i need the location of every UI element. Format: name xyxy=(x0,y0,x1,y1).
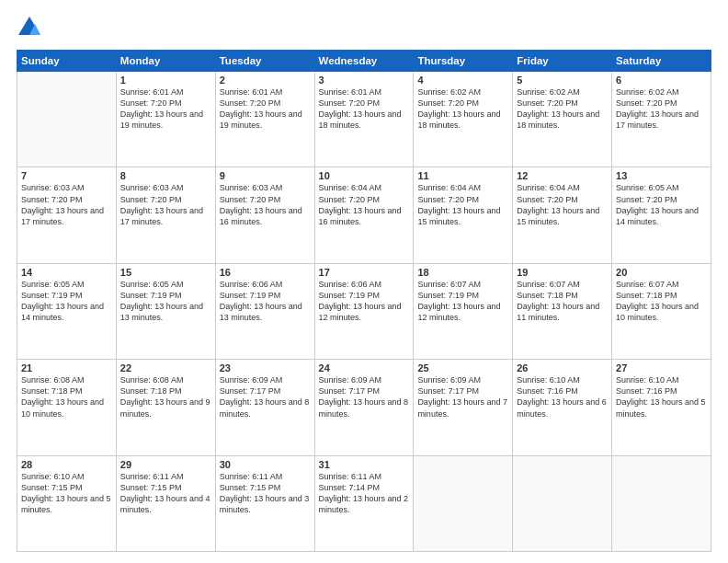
day-info: Sunrise: 6:04 AMSunset: 7:20 PMDaylight:… xyxy=(319,182,410,227)
day-info: Sunrise: 6:10 AMSunset: 7:15 PMDaylight:… xyxy=(21,471,112,516)
day-info: Sunrise: 6:03 AMSunset: 7:20 PMDaylight:… xyxy=(120,182,211,227)
day-info: Sunrise: 6:11 AMSunset: 7:15 PMDaylight:… xyxy=(220,471,311,516)
weekday-header-row: SundayMondayTuesdayWednesdayThursdayFrid… xyxy=(17,51,711,72)
calendar-day-cell: 4Sunrise: 6:02 AMSunset: 7:20 PMDaylight… xyxy=(414,72,513,167)
calendar-week-row: 7Sunrise: 6:03 AMSunset: 7:20 PMDaylight… xyxy=(17,167,711,263)
weekday-header-cell: Friday xyxy=(513,51,612,72)
calendar-day-cell: 7Sunrise: 6:03 AMSunset: 7:20 PMDaylight… xyxy=(17,167,117,263)
calendar-day-cell: 31Sunrise: 6:11 AMSunset: 7:14 PMDayligh… xyxy=(314,455,414,551)
day-info: Sunrise: 6:11 AMSunset: 7:15 PMDaylight:… xyxy=(120,471,211,516)
day-info: Sunrise: 6:03 AMSunset: 7:20 PMDaylight:… xyxy=(220,182,311,227)
day-number: 8 xyxy=(120,170,211,181)
weekday-header-cell: Wednesday xyxy=(314,51,414,72)
calendar-day-cell xyxy=(17,72,117,167)
day-number: 21 xyxy=(21,362,112,373)
day-info: Sunrise: 6:09 AMSunset: 7:17 PMDaylight:… xyxy=(417,374,508,419)
calendar-day-cell: 8Sunrise: 6:03 AMSunset: 7:20 PMDaylight… xyxy=(116,167,215,263)
calendar-day-cell: 2Sunrise: 6:01 AMSunset: 7:20 PMDaylight… xyxy=(215,72,314,167)
day-number: 26 xyxy=(517,362,608,373)
calendar-day-cell: 11Sunrise: 6:04 AMSunset: 7:20 PMDayligh… xyxy=(414,167,513,263)
day-info: Sunrise: 6:05 AMSunset: 7:19 PMDaylight:… xyxy=(21,279,112,324)
day-number: 12 xyxy=(517,170,608,181)
day-number: 17 xyxy=(319,267,410,278)
calendar-day-cell: 17Sunrise: 6:06 AMSunset: 7:19 PMDayligh… xyxy=(314,263,414,359)
calendar-day-cell: 10Sunrise: 6:04 AMSunset: 7:20 PMDayligh… xyxy=(314,167,414,263)
day-info: Sunrise: 6:09 AMSunset: 7:17 PMDaylight:… xyxy=(319,374,410,419)
day-info: Sunrise: 6:08 AMSunset: 7:18 PMDaylight:… xyxy=(120,374,211,419)
calendar-day-cell: 1Sunrise: 6:01 AMSunset: 7:20 PMDaylight… xyxy=(116,72,215,167)
calendar-day-cell: 29Sunrise: 6:11 AMSunset: 7:15 PMDayligh… xyxy=(116,455,215,551)
header xyxy=(17,15,711,40)
calendar-day-cell: 16Sunrise: 6:06 AMSunset: 7:19 PMDayligh… xyxy=(215,263,314,359)
day-info: Sunrise: 6:04 AMSunset: 7:20 PMDaylight:… xyxy=(517,182,608,227)
day-number: 23 xyxy=(220,362,311,373)
day-number: 19 xyxy=(517,267,608,278)
day-number: 4 xyxy=(417,75,508,86)
day-number: 29 xyxy=(120,459,211,470)
calendar-table: SundayMondayTuesdayWednesdayThursdayFrid… xyxy=(17,50,711,552)
day-info: Sunrise: 6:05 AMSunset: 7:19 PMDaylight:… xyxy=(120,279,211,324)
calendar-day-cell: 27Sunrise: 6:10 AMSunset: 7:16 PMDayligh… xyxy=(612,360,711,455)
calendar-day-cell: 23Sunrise: 6:09 AMSunset: 7:17 PMDayligh… xyxy=(215,360,314,455)
calendar-week-row: 21Sunrise: 6:08 AMSunset: 7:18 PMDayligh… xyxy=(17,360,711,455)
day-number: 31 xyxy=(319,459,410,470)
day-number: 15 xyxy=(120,267,211,278)
day-number: 6 xyxy=(616,75,707,86)
day-number: 30 xyxy=(220,459,311,470)
day-info: Sunrise: 6:02 AMSunset: 7:20 PMDaylight:… xyxy=(417,86,508,132)
weekday-header-cell: Thursday xyxy=(414,51,513,72)
calendar-day-cell: 20Sunrise: 6:07 AMSunset: 7:18 PMDayligh… xyxy=(612,263,711,359)
day-number: 2 xyxy=(220,75,311,86)
day-number: 9 xyxy=(220,170,311,181)
day-number: 10 xyxy=(319,170,410,181)
calendar-day-cell: 18Sunrise: 6:07 AMSunset: 7:19 PMDayligh… xyxy=(414,263,513,359)
day-info: Sunrise: 6:02 AMSunset: 7:20 PMDaylight:… xyxy=(616,86,707,132)
day-number: 1 xyxy=(120,75,211,86)
calendar-day-cell: 9Sunrise: 6:03 AMSunset: 7:20 PMDaylight… xyxy=(215,167,314,263)
calendar-week-row: 14Sunrise: 6:05 AMSunset: 7:19 PMDayligh… xyxy=(17,263,711,359)
calendar-day-cell: 22Sunrise: 6:08 AMSunset: 7:18 PMDayligh… xyxy=(116,360,215,455)
day-number: 18 xyxy=(417,267,508,278)
calendar-week-row: 1Sunrise: 6:01 AMSunset: 7:20 PMDaylight… xyxy=(17,72,711,167)
weekday-header-cell: Saturday xyxy=(612,51,711,72)
day-info: Sunrise: 6:03 AMSunset: 7:20 PMDaylight:… xyxy=(21,182,112,227)
weekday-header-cell: Sunday xyxy=(17,51,117,72)
weekday-header-cell: Monday xyxy=(116,51,215,72)
day-number: 28 xyxy=(21,459,112,470)
day-number: 27 xyxy=(616,362,707,373)
day-info: Sunrise: 6:10 AMSunset: 7:16 PMDaylight:… xyxy=(616,374,707,419)
calendar-day-cell: 19Sunrise: 6:07 AMSunset: 7:18 PMDayligh… xyxy=(513,263,612,359)
day-number: 24 xyxy=(319,362,410,373)
calendar-day-cell: 15Sunrise: 6:05 AMSunset: 7:19 PMDayligh… xyxy=(116,263,215,359)
day-number: 16 xyxy=(220,267,311,278)
day-info: Sunrise: 6:07 AMSunset: 7:18 PMDaylight:… xyxy=(616,279,707,324)
day-number: 5 xyxy=(517,75,608,86)
day-info: Sunrise: 6:11 AMSunset: 7:14 PMDaylight:… xyxy=(319,471,410,516)
day-number: 22 xyxy=(120,362,211,373)
calendar-day-cell: 5Sunrise: 6:02 AMSunset: 7:20 PMDaylight… xyxy=(513,72,612,167)
day-info: Sunrise: 6:07 AMSunset: 7:18 PMDaylight:… xyxy=(517,279,608,324)
calendar-day-cell: 25Sunrise: 6:09 AMSunset: 7:17 PMDayligh… xyxy=(414,360,513,455)
day-info: Sunrise: 6:01 AMSunset: 7:20 PMDaylight:… xyxy=(319,86,410,132)
day-info: Sunrise: 6:01 AMSunset: 7:20 PMDaylight:… xyxy=(220,86,311,132)
calendar-day-cell: 14Sunrise: 6:05 AMSunset: 7:19 PMDayligh… xyxy=(17,263,117,359)
calendar-day-cell: 26Sunrise: 6:10 AMSunset: 7:16 PMDayligh… xyxy=(513,360,612,455)
day-number: 20 xyxy=(616,267,707,278)
day-number: 3 xyxy=(319,75,410,86)
calendar-day-cell: 3Sunrise: 6:01 AMSunset: 7:20 PMDaylight… xyxy=(314,72,414,167)
day-info: Sunrise: 6:06 AMSunset: 7:19 PMDaylight:… xyxy=(220,279,311,324)
calendar-week-row: 28Sunrise: 6:10 AMSunset: 7:15 PMDayligh… xyxy=(17,455,711,551)
calendar-day-cell xyxy=(612,455,711,551)
day-info: Sunrise: 6:02 AMSunset: 7:20 PMDaylight:… xyxy=(517,86,608,132)
day-info: Sunrise: 6:10 AMSunset: 7:16 PMDaylight:… xyxy=(517,374,608,419)
day-number: 13 xyxy=(616,170,707,181)
calendar-day-cell: 6Sunrise: 6:02 AMSunset: 7:20 PMDaylight… xyxy=(612,72,711,167)
day-info: Sunrise: 6:05 AMSunset: 7:20 PMDaylight:… xyxy=(616,182,707,227)
day-info: Sunrise: 6:07 AMSunset: 7:19 PMDaylight:… xyxy=(417,279,508,324)
day-info: Sunrise: 6:09 AMSunset: 7:17 PMDaylight:… xyxy=(220,374,311,419)
day-info: Sunrise: 6:06 AMSunset: 7:19 PMDaylight:… xyxy=(319,279,410,324)
day-info: Sunrise: 6:08 AMSunset: 7:18 PMDaylight:… xyxy=(21,374,112,419)
logo-icon xyxy=(17,15,42,40)
day-number: 25 xyxy=(417,362,508,373)
calendar-day-cell: 13Sunrise: 6:05 AMSunset: 7:20 PMDayligh… xyxy=(612,167,711,263)
